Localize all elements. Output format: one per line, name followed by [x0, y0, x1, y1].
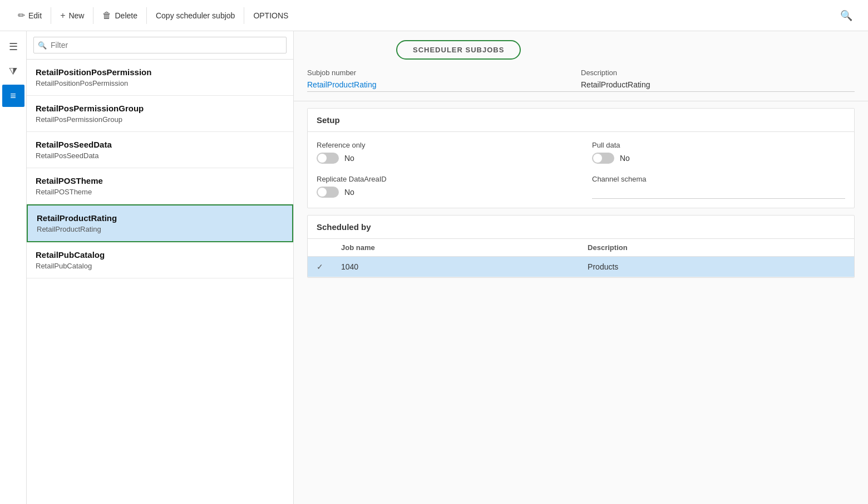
table-row[interactable]: ✓ 1040 Products	[308, 257, 854, 277]
reference-only-toggle[interactable]	[317, 153, 339, 164]
filter-bar: 🔍	[27, 31, 293, 60]
new-icon: +	[60, 11, 65, 21]
new-button[interactable]: + New	[51, 0, 93, 31]
delete-label: Delete	[115, 11, 137, 20]
list-icon[interactable]: ≡	[2, 85, 24, 107]
list-item-subtitle: RetailPosSeedData	[36, 151, 284, 160]
job-name-cell: 1040	[332, 257, 579, 277]
pull-data-toggle[interactable]	[592, 153, 614, 164]
scheduled-by-section: Scheduled by Job name Description ✓ 1040…	[307, 215, 855, 278]
list-item[interactable]: RetailPubCatalog RetailPubCatalog	[27, 242, 293, 278]
delete-icon: 🗑	[102, 11, 111, 21]
description-value: RetailProductRating	[581, 80, 855, 92]
list-item-title: RetailProductRating	[37, 213, 283, 223]
pull-data-field: Pull data No	[592, 141, 845, 164]
edit-label: Edit	[28, 11, 42, 20]
scheduler-header: SCHEDULER SUBJOBS	[294, 31, 868, 68]
main-layout: ☰ ⧩ ≡ 🔍 RetailPositionPosPermission Reta…	[0, 31, 868, 504]
subjob-number-label: Subjob number	[307, 68, 581, 77]
channel-schema-field: Channel schema	[592, 175, 845, 199]
hamburger-icon[interactable]: ☰	[2, 36, 24, 58]
setup-section: Setup Reference only No Pull data	[307, 108, 855, 208]
list-item[interactable]: RetailPOSTheme RetailPOSTheme	[27, 168, 293, 204]
list-item[interactable]: RetailPositionPosPermission RetailPositi…	[27, 60, 293, 96]
setup-form-grid: Reference only No Pull data No	[317, 141, 845, 199]
setup-section-header: Setup	[308, 109, 854, 132]
copy-label: Copy scheduler subjob	[156, 11, 235, 20]
list-item-subtitle: RetailPosPermissionGroup	[36, 115, 284, 124]
subjob-number-value[interactable]: RetailProductRating	[307, 80, 581, 92]
copy-button[interactable]: Copy scheduler subjob	[147, 0, 244, 31]
list-item-subtitle: RetailPOSTheme	[36, 188, 284, 196]
search-button[interactable]: 🔍	[834, 5, 859, 26]
subjob-number-field: Subjob number RetailProductRating	[307, 68, 581, 92]
checkmark-icon: ✓	[317, 262, 323, 271]
list-item[interactable]: RetailPosSeedData RetailPosSeedData	[27, 132, 293, 168]
list-items: RetailPositionPosPermission RetailPositi…	[27, 60, 293, 504]
description-label: Description	[581, 68, 855, 77]
filter-icon[interactable]: ⧩	[2, 60, 24, 82]
list-item-subtitle: RetailPositionPosPermission	[36, 79, 284, 87]
scheduler-title-badge: SCHEDULER SUBJOBS	[396, 40, 521, 60]
replicate-field: Replicate DataAreaID No	[317, 175, 570, 199]
left-nav: ☰ ⧩ ≡	[0, 31, 27, 504]
reference-only-label: Reference only	[317, 141, 570, 149]
edit-icon: ✏	[18, 10, 25, 21]
list-item[interactable]: RetailProductRating RetailProductRating	[27, 204, 293, 242]
check-cell: ✓	[308, 257, 332, 277]
description-header: Description	[579, 239, 854, 257]
edit-button[interactable]: ✏ Edit	[9, 0, 51, 31]
reference-only-field: Reference only No	[317, 141, 570, 164]
filter-input[interactable]	[33, 37, 287, 53]
check-col-header	[308, 239, 332, 257]
new-label: New	[68, 11, 84, 20]
toolbar: ✏ Edit + New 🗑 Delete Copy scheduler sub…	[0, 0, 868, 31]
list-item-subtitle: RetailProductRating	[37, 225, 283, 233]
pull-data-label: Pull data	[592, 141, 845, 149]
channel-schema-label: Channel schema	[592, 175, 845, 183]
fields-row: Subjob number RetailProductRating Descri…	[294, 68, 868, 101]
list-item-title: RetailPubCatalog	[36, 250, 284, 260]
delete-button[interactable]: 🗑 Delete	[93, 0, 146, 31]
pull-data-toggle-label: No	[620, 154, 630, 163]
replicate-toggle[interactable]	[317, 187, 339, 198]
list-item[interactable]: RetailPosPermissionGroup RetailPosPermis…	[27, 96, 293, 132]
scheduled-by-header: Scheduled by	[308, 216, 854, 239]
description-cell: Products	[579, 257, 854, 277]
list-item-title: RetailPosSeedData	[36, 140, 284, 149]
replicate-label: Replicate DataAreaID	[317, 175, 570, 183]
options-label: OPTIONS	[253, 11, 288, 20]
channel-schema-value[interactable]	[592, 187, 845, 199]
list-item-title: RetailPositionPosPermission	[36, 67, 284, 77]
list-item-subtitle: RetailPubCatalog	[36, 262, 284, 270]
scheduled-by-table: Job name Description ✓ 1040 Products	[308, 239, 854, 277]
search-icon: 🔍	[840, 10, 852, 21]
reference-only-toggle-label: No	[344, 154, 354, 163]
list-panel: 🔍 RetailPositionPosPermission RetailPosi…	[27, 31, 294, 504]
detail-panel: SCHEDULER SUBJOBS Subjob number RetailPr…	[294, 31, 868, 504]
filter-search-icon: 🔍	[38, 41, 47, 50]
list-item-title: RetailPOSTheme	[36, 176, 284, 185]
options-button[interactable]: OPTIONS	[244, 0, 297, 31]
replicate-toggle-label: No	[344, 188, 354, 197]
list-item-title: RetailPosPermissionGroup	[36, 104, 284, 113]
job-name-header: Job name	[332, 239, 579, 257]
description-field: Description RetailProductRating	[581, 68, 855, 92]
